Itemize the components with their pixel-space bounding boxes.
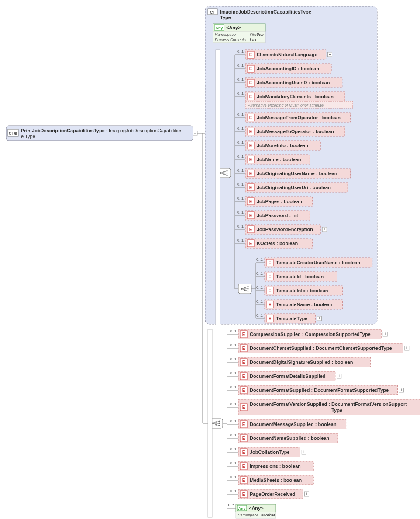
svg-text:e                             : e Type [21, 134, 35, 139]
element-label: JobMoreInfo : boolean [257, 143, 308, 148]
cardinality-label: 0..1 [256, 313, 263, 318]
sequence-compositor [238, 284, 251, 294]
cardinality-label: 0..1 [237, 91, 244, 96]
element-node: EJobPages : boolean [245, 197, 313, 206]
cardinality-label: 0..1 [230, 475, 237, 479]
svg-text:E: E [242, 346, 245, 351]
cardinality-label: 0..1 [230, 357, 237, 361]
cardinality-label: 0..1 [256, 285, 263, 290]
element-label: ElementsNaturalLanguage [257, 52, 317, 57]
cardinality-label: 0..1 [256, 299, 263, 304]
cardinality-label: 0..* [228, 503, 234, 507]
element-node: EDocumentNameSupplied : boolean [238, 433, 338, 443]
svg-text:##other: ##other [250, 32, 264, 37]
element-label: JobName : boolean [257, 157, 301, 162]
svg-text:<Any>: <Any> [249, 505, 264, 511]
element-label: DocumentFormatSupplied : DocumentFormatS… [250, 388, 389, 393]
svg-text:Any: Any [215, 26, 223, 30]
element-label: JobPages : boolean [257, 199, 302, 204]
svg-text:+: + [323, 227, 326, 232]
root-complextype-node: CT⊕PrintJobDescriptionCapabilitiesType :… [6, 126, 197, 141]
element-label: TemplateName : boolean [276, 302, 333, 307]
svg-text:E: E [269, 274, 272, 279]
svg-text:E: E [249, 94, 252, 99]
svg-text:+: + [338, 374, 341, 378]
svg-text:E: E [242, 478, 245, 483]
element-label: DocumentMessageSupplied : boolean [250, 422, 337, 427]
element-node: ETemplateCreatorUserName : boolean [265, 258, 372, 267]
cardinality-label: 0..1 [237, 210, 244, 215]
svg-text:+: + [305, 491, 308, 496]
element-label: PageOrderReceived [250, 491, 296, 497]
cardinality-label: 0..1 [237, 182, 244, 187]
cardinality-label: 0..1 [230, 385, 237, 389]
element-node: EJobPassword : int [245, 211, 310, 220]
svg-text:+: + [384, 332, 386, 336]
svg-text:Type: Type [220, 15, 231, 20]
cardinality-label: 0..1 [256, 271, 263, 276]
svg-text:E: E [249, 66, 252, 71]
element-node: EDocumentCharsetSupplied : DocumentChars… [238, 343, 409, 353]
svg-text:CT: CT [210, 10, 215, 14]
element-label: MediaSheets : boolean [250, 477, 302, 483]
element-label: DocumentCharsetSupplied : DocumentCharse… [250, 346, 392, 351]
svg-text:E: E [249, 227, 252, 232]
element-label: Impressions : boolean [250, 464, 301, 469]
element-node: EJobOriginatingUserUri : boolean [245, 183, 348, 192]
svg-text:Process Contents: Process Contents [215, 38, 246, 42]
svg-text:E: E [249, 199, 252, 204]
svg-text:E: E [269, 316, 272, 321]
element-label: DocumentDigitalSignatureSupplied : boole… [250, 360, 353, 365]
element-node: EPageOrderReceived+ [238, 489, 309, 499]
element-node: EJobMandatoryElements : boolean [245, 92, 345, 101]
svg-text:E: E [242, 388, 245, 393]
svg-text:E: E [242, 374, 245, 379]
element-node: EJobMessageFromOperator : boolean [245, 113, 350, 122]
cardinality-label: 0..1 [230, 402, 237, 406]
element-label: JobMessageToOperator : boolean [257, 129, 334, 134]
element-label: JobPassword : int [257, 213, 298, 218]
element-node: EJobCollationType+ [238, 447, 306, 457]
svg-text:E: E [249, 129, 252, 134]
element-label: JobMandatoryElements : boolean [257, 94, 334, 99]
element-node: EMediaSheets : boolean [238, 475, 313, 485]
element-label: TemplateId : boolean [276, 274, 324, 279]
svg-text:Lax: Lax [250, 38, 257, 42]
svg-text:E: E [269, 288, 272, 293]
base-type-name: ImagingJobDescriptionCapabilitiesType [220, 9, 311, 14]
cardinality-label: 0..1 [230, 433, 237, 437]
cardinality-label: 0..1 [237, 63, 244, 68]
svg-text:+: + [406, 346, 408, 350]
svg-text:E: E [269, 302, 272, 307]
element-node: EDocumentFormatSupplied : DocumentFormat… [238, 385, 403, 395]
svg-text:+: + [303, 450, 305, 454]
element-label: DocumentNameSupplied : boolean [250, 436, 329, 441]
svg-text:PrintJobDescriptionCapabilitie: PrintJobDescriptionCapabilitiesType : Im… [21, 128, 182, 133]
svg-text:E: E [242, 492, 245, 497]
cardinality-label: 0..1 [230, 447, 237, 451]
sequence-span-bar [208, 329, 212, 517]
svg-text:E: E [242, 332, 245, 337]
cardinality-label: 0..1 [237, 238, 244, 242]
element-label: TemplateCreatorUserName : boolean [276, 260, 360, 265]
element-node: ETemplateType+ [265, 314, 321, 323]
cardinality-label: 0..1 [256, 257, 263, 262]
element-node: ETemplateName : boolean [265, 300, 342, 309]
cardinality-label: 0..1 [237, 168, 244, 173]
cardinality-label: 0..1 [230, 419, 237, 423]
element-label: JobMessageFromOperator : boolean [257, 115, 341, 120]
svg-text:+: + [400, 388, 403, 392]
svg-text:E: E [249, 80, 252, 85]
cardinality-label: 0..1 [237, 224, 244, 228]
element-node: EJobName : boolean [245, 155, 310, 164]
element-node: EImpressions : boolean [238, 461, 313, 471]
svg-text:E: E [249, 143, 252, 148]
element-label: JobAccountingID : boolean [257, 66, 319, 71]
cardinality-label: 0..1 [230, 461, 237, 465]
cardinality-label: 0..1 [230, 343, 237, 347]
element-node: EElementsNaturalLanguage+ [245, 50, 332, 59]
svg-text:E: E [249, 171, 252, 176]
svg-text:E: E [242, 360, 245, 365]
svg-text:+: + [318, 316, 320, 321]
svg-text:Type: Type [331, 408, 342, 413]
